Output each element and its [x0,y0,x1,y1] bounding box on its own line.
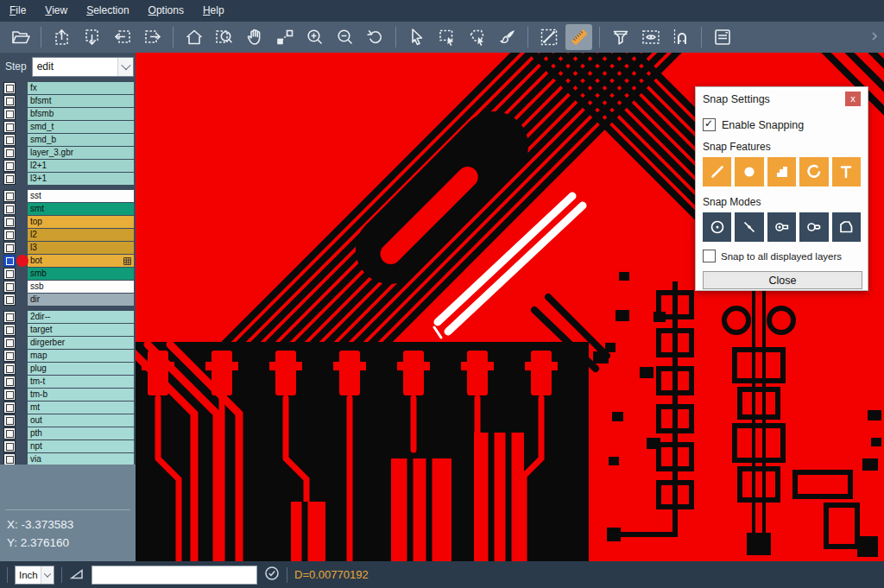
layer-name[interactable]: sst [28,190,134,202]
layer-row[interactable]: tm-b [0,389,136,401]
layer-name[interactable]: plug [28,363,134,375]
layer-row[interactable]: smt [0,203,136,215]
layer-name[interactable]: top [28,216,134,228]
pan-button[interactable] [241,24,268,50]
layer-visibility-checkbox[interactable] [3,294,16,306]
layer-row[interactable]: bfsmt [0,95,136,107]
snap-mode-corner-button[interactable] [832,212,861,242]
layer-visibility-checkbox[interactable] [3,82,16,94]
select-rectangle-button[interactable] [433,24,460,50]
layer-name[interactable]: l2+1 [28,160,134,172]
layer-visibility-checkbox[interactable] [3,414,16,427]
layer-visibility-checkbox[interactable] [3,121,16,133]
layer-name[interactable]: fx [28,82,134,94]
layer-row[interactable]: fx [0,82,136,94]
select-polygon-button[interactable] [464,24,490,50]
transform-button[interactable] [271,24,298,50]
zoom-previous-button[interactable] [362,24,388,50]
layer-visibility-checkbox[interactable] [3,95,16,107]
layer-row[interactable]: smb [0,268,136,280]
layer-visibility-checkbox[interactable] [3,376,16,388]
layer-name[interactable]: bfsmt [28,95,134,107]
menu-help[interactable]: Help [193,0,234,22]
layer-row[interactable]: ssb [0,281,136,293]
layer-visibility-checkbox[interactable] [3,216,16,228]
snap-feature-surface-button[interactable] [767,157,796,187]
layer-name[interactable]: tm-b [28,389,134,401]
fit-view-button[interactable] [180,24,207,50]
close-button[interactable]: Close [703,271,862,289]
shift-down-button[interactable] [79,24,105,50]
snap-feature-text-button[interactable] [832,157,861,187]
layer-row[interactable]: smd_b [0,134,136,146]
layer-name[interactable]: tm-t [28,376,134,388]
layer-row[interactable]: npt [0,440,136,452]
layer-name[interactable]: target [28,324,134,336]
snap-mode-slot-outline-button[interactable] [799,212,828,242]
menu-view[interactable]: View [35,0,77,22]
layer-name[interactable]: l3+1 [28,173,134,185]
layer-visibility-checkbox[interactable] [3,401,16,414]
layer-name[interactable]: via [28,453,134,465]
layer-name[interactable]: mt [28,401,134,414]
unit-select[interactable]: Inch [15,566,54,585]
layer-visibility-checkbox[interactable] [3,242,16,254]
snap-all-layers-checkbox[interactable] [703,250,716,262]
snap-mode-center-button[interactable] [703,212,731,242]
layer-row[interactable]: l3+1 [0,173,136,185]
layer-row[interactable]: smd_t [0,121,136,133]
toolbar-overflow-chevron[interactable] [870,29,879,45]
filter-button[interactable] [607,24,634,50]
snap-feature-pad-button[interactable] [735,157,763,187]
layer-visibility-checkbox[interactable] [3,134,16,146]
select-button[interactable] [403,24,430,50]
layer-visibility-checkbox[interactable] [3,350,16,362]
layer-row[interactable]: pth [0,427,136,439]
layer-visibility-checkbox[interactable] [3,147,16,159]
snap-feature-arc-button[interactable] [799,157,828,187]
view-box-button[interactable] [637,24,664,50]
command-input[interactable] [92,566,257,585]
layer-visibility-checkbox[interactable] [3,255,16,267]
layer-row[interactable]: top [0,216,136,228]
layer-name[interactable]: layer_3.gbr [28,147,134,159]
dialog-close-button[interactable]: x [845,92,861,106]
layer-row[interactable]: dir [0,294,136,306]
layer-row[interactable]: plug [0,363,136,375]
layer-name[interactable]: dirgerber [28,337,134,349]
layer-row[interactable]: l2 [0,229,136,241]
layer-row[interactable]: sst [0,190,136,202]
layer-row[interactable]: target [0,324,136,336]
layer-visibility-checkbox[interactable] [3,268,16,280]
layer-row[interactable]: layer_3.gbr [0,147,136,159]
layer-name[interactable]: pth [28,427,134,439]
layer-visibility-checkbox[interactable] [3,281,16,293]
layer-name[interactable]: bfsmb [28,108,134,120]
zoom-out-button[interactable] [332,24,358,50]
layer-row[interactable]: via [0,453,136,465]
snap-button[interactable] [667,24,694,50]
layer-name[interactable]: smt [28,203,134,215]
layer-visibility-checkbox[interactable] [3,427,16,439]
layer-name[interactable]: l2 [28,229,134,241]
enable-snapping-checkbox[interactable] [703,118,716,131]
layer-name[interactable]: l3 [28,242,134,254]
layer-row-bot[interactable]: bot [0,255,136,267]
log-panel-button[interactable] [709,24,736,50]
dialog-title-bar[interactable]: Snap Settings x [703,87,861,111]
open-button[interactable] [7,24,34,50]
menu-selection[interactable]: Selection [77,0,138,22]
layer-row[interactable]: mt [0,401,136,414]
shift-left-button[interactable] [109,24,136,50]
paint-button[interactable] [494,24,521,50]
snap-mode-midpoint-button[interactable] [735,212,763,242]
layer-visibility-checkbox[interactable] [3,440,16,452]
layer-name[interactable]: ssb [28,281,134,293]
layer-name[interactable]: map [28,350,134,362]
measure-line-button[interactable] [535,24,562,50]
layer-name[interactable]: 2dir-- [28,311,134,323]
menu-file[interactable]: File [0,0,35,22]
layer-visibility-checkbox[interactable] [3,311,16,323]
layer-visibility-checkbox[interactable] [3,389,16,401]
layer-row[interactable]: map [0,350,136,362]
